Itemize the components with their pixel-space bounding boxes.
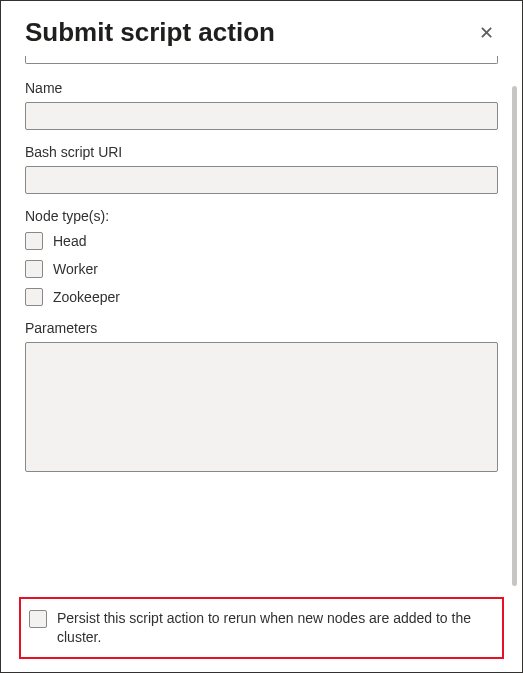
previous-field-partial[interactable] [25,56,498,64]
persist-section: Persist this script action to rerun when… [19,597,504,659]
parameters-field-group: Parameters [25,320,498,475]
close-icon: ✕ [479,23,494,43]
nodetype-zookeeper-row: Zookeeper [25,288,498,306]
name-input[interactable] [25,102,498,130]
panel-title: Submit script action [25,17,275,48]
uri-input[interactable] [25,166,498,194]
nodetype-head-checkbox[interactable] [25,232,43,250]
parameters-label: Parameters [25,320,498,336]
submit-script-action-panel: Submit script action ✕ Name Bash script … [0,0,523,673]
nodetype-worker-row: Worker [25,260,498,278]
nodetypes-field-group: Node type(s): Head Worker Zookeeper [25,208,498,306]
nodetypes-label: Node type(s): [25,208,498,224]
name-field-group: Name [25,80,498,130]
uri-label: Bash script URI [25,144,498,160]
nodetype-head-row: Head [25,232,498,250]
name-label: Name [25,80,498,96]
nodetype-worker-checkbox[interactable] [25,260,43,278]
uri-field-group: Bash script URI [25,144,498,194]
panel-header: Submit script action ✕ [1,1,522,56]
scrollbar[interactable] [512,86,517,586]
nodetypes-checkbox-group: Head Worker Zookeeper [25,232,498,306]
persist-label: Persist this script action to rerun when… [57,609,494,647]
parameters-input[interactable] [25,342,498,472]
persist-checkbox[interactable] [29,610,47,628]
nodetype-worker-label: Worker [53,261,98,277]
nodetype-head-label: Head [53,233,86,249]
panel-content: Name Bash script URI Node type(s): Head … [1,56,522,591]
close-button[interactable]: ✕ [475,20,498,46]
nodetype-zookeeper-label: Zookeeper [53,289,120,305]
nodetype-zookeeper-checkbox[interactable] [25,288,43,306]
